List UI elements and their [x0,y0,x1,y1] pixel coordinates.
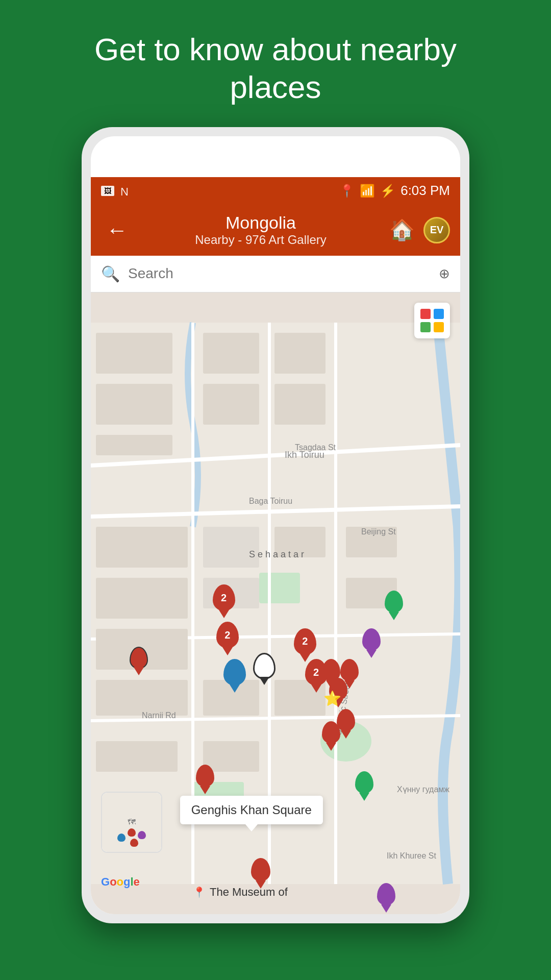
image-icon: 🖼 [101,186,114,196]
map-pin-outline[interactable] [253,653,276,679]
svg-text:Narnii Rd: Narnii Rd [142,711,176,720]
map-pin-center1[interactable]: 2 [294,628,316,655]
status-left-icons: 🖼 N [101,185,129,197]
search-bar: 🔍 ⊕ [91,256,460,292]
svg-rect-19 [96,578,188,619]
svg-text:Хүнну гудамж: Хүнну гудамж [397,785,449,794]
phone-frame: 🖼 N 📍 📶 ⚡ 6:03 PM ← Mongolia Nearby - 97… [82,127,469,923]
status-time: 6:03 PM [400,183,450,199]
ev-badge-button[interactable]: EV [423,217,450,243]
nav-icon: N [120,185,129,197]
svg-rect-21 [203,527,259,568]
svg-rect-16 [274,333,325,374]
map-tooltip: Genghis Khan Square [180,796,323,824]
map-pin-green2[interactable] [355,771,373,794]
svg-rect-18 [96,527,188,568]
status-bar: 🖼 N 📍 📶 ⚡ 6:03 PM [91,177,460,205]
map-pin-left[interactable] [130,647,148,669]
map-pin-cluster2[interactable]: 2 [216,622,239,648]
star-marker: ⭐ [323,690,341,707]
svg-rect-14 [203,333,259,374]
map-pin-center2[interactable]: 2 [305,659,328,685]
tooltip-text: Genghis Khan Square [191,803,312,817]
pin-body: 2 [216,622,239,648]
location-status-icon: 📍 [339,184,355,198]
pin-body [337,709,355,731]
search-icon: 🔍 [101,265,120,283]
pin-body [196,765,214,787]
app-bar: ← Mongolia Nearby - 976 Art Gallery 🏠 EV [91,205,460,256]
pin-body [362,628,381,651]
battery-icon: ⚡ [380,184,395,198]
pin-body [251,858,270,881]
title-line2: places [230,69,321,105]
app-bar-actions: 🏠 EV [389,217,450,243]
map-pin-lower2[interactable] [337,709,355,731]
pin-body [355,771,373,794]
google-logo: Google [101,875,140,889]
map-pin-bottom[interactable] [251,858,270,881]
map-pin-green1[interactable] [385,591,403,613]
search-input[interactable] [128,265,431,282]
page-title: Get to know about nearby places [54,0,497,127]
gps-location-icon[interactable]: ⊕ [439,266,450,282]
pin-body: 2 [305,659,328,685]
svg-rect-17 [274,384,325,425]
svg-rect-26 [96,680,188,716]
svg-rect-15 [203,384,259,425]
svg-rect-29 [96,741,178,772]
svg-rect-11 [96,333,172,374]
map-pin-blue[interactable] [223,659,246,685]
home-button[interactable]: 🏠 [389,217,415,243]
app-bar-title-area: Mongolia Nearby - 976 Art Gallery [143,213,379,247]
svg-text:Ikh Khuree St: Ikh Khuree St [387,851,437,860]
svg-rect-1 [259,573,300,603]
map-pin-center5[interactable] [340,659,359,681]
pin-body [340,659,359,681]
svg-text:S e h a a t a r: S e h a a t a r [249,549,304,559]
svg-rect-12 [96,384,172,425]
pin-body [385,591,403,613]
phone-screen: 🖼 N 📍 📶 ⚡ 6:03 PM ← Mongolia Nearby - 97… [91,136,460,914]
app-title: Mongolia [143,213,379,233]
pin-body: 2 [213,584,235,611]
map-pin-purple2[interactable] [377,883,395,905]
map-layers-button[interactable] [414,303,450,338]
wifi-icon: 📶 [360,184,375,198]
map-pin-cluster1[interactable]: 2 [213,584,235,611]
pin-body: 2 [294,628,316,655]
map-pin-lower3[interactable] [196,765,214,787]
app-subtitle: Nearby - 976 Art Gallery [143,233,379,247]
svg-text:Beijing St: Beijing St [361,527,396,536]
museum-label: 📍 The Museum of [193,886,288,899]
pin-body [253,653,276,679]
map-pin-purple1[interactable] [362,628,381,651]
title-line1: Get to know about nearby [94,32,457,67]
svg-rect-13 [96,435,172,455]
back-button[interactable]: ← [101,213,133,248]
status-right-icons: 📍 📶 ⚡ 6:03 PM [339,183,450,199]
mini-map-cluster[interactable]: 🗺 [101,792,162,853]
svg-text:Baga Toiruu: Baga Toiruu [249,497,292,505]
svg-text:Tsagdaa St: Tsagdaa St [295,443,336,452]
map-container[interactable]: Ikh Toiruu Baga Toiruu Beijing St Narnii… [91,292,460,914]
pin-body [130,647,148,669]
pin-body [223,659,246,685]
pin-body [377,883,395,905]
